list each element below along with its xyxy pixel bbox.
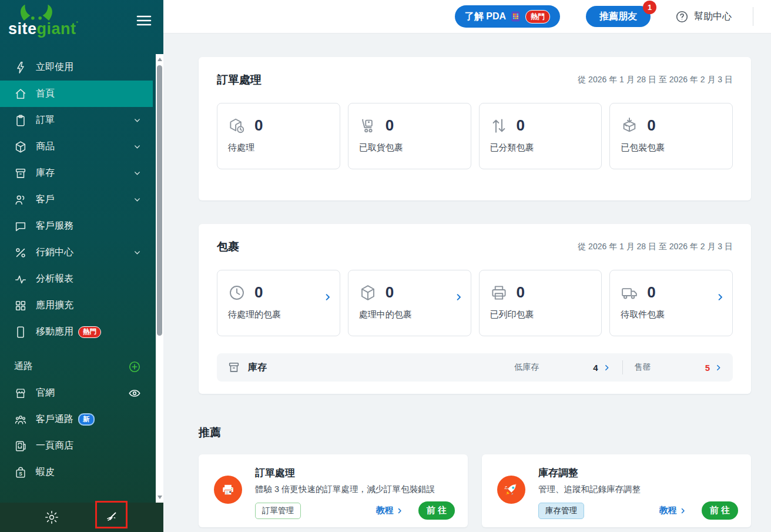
cube-icon [14, 140, 27, 153]
stat-label: 處理中的包裹 [359, 309, 460, 320]
home-icon [14, 88, 27, 101]
page-store-icon [14, 440, 27, 453]
eye-icon[interactable] [128, 387, 141, 400]
stat-value: 0 [517, 283, 525, 302]
sidebar-item-label: 移動應用 [36, 326, 73, 338]
refer-button-label: 推薦朋友 [599, 11, 637, 23]
chevron-down-icon [133, 196, 141, 203]
pda-device-icon [511, 11, 520, 22]
scrollbar-up-arrow[interactable] [157, 58, 162, 61]
learn-pda-button[interactable]: 了解 PDA 熱門 [455, 5, 560, 28]
pulse-icon [14, 273, 27, 286]
logo-giant: giant [37, 20, 76, 38]
add-channel-icon[interactable] [128, 360, 141, 373]
sidebar-item-customer-service[interactable]: 客戶服務 [0, 213, 153, 239]
sidebar-item-label: 分析報表 [36, 273, 73, 285]
archive-icon [14, 167, 27, 180]
stat-value: 0 [517, 116, 525, 135]
stat-pending-packages[interactable]: 0 待處理的包裹 [217, 270, 340, 336]
orders-date-range: 從 2026 年 1 月 28 日 至 2026 年 2 月 3 日 [578, 75, 733, 85]
stat-value: 0 [647, 116, 655, 135]
stat-pickup-packages[interactable]: 0 待取件包裹 [609, 270, 733, 336]
sidebar-scrollbar[interactable] [156, 54, 163, 503]
recommended-card-description: 管理、追蹤和記錄庫存調整 [538, 484, 738, 495]
sidebar-item-analytics[interactable]: 分析報表 [0, 266, 153, 292]
hamburger-menu-icon[interactable] [136, 14, 152, 27]
stat-printed-packages: 0 已列印包裹 [479, 270, 602, 336]
printer-orange-icon [214, 476, 242, 504]
chevron-right-icon [603, 364, 611, 372]
chevron-down-icon [133, 249, 141, 256]
sidebar-item-get-started[interactable]: 立即使用 [0, 54, 153, 81]
packages-card: 包裹 從 2026 年 1 月 28 日 至 2026 年 2 月 3 日 0 … [199, 224, 751, 394]
order-processing-card: 訂單處理 從 2026 年 1 月 28 日 至 2026 年 2 月 3 日 … [199, 57, 751, 200]
sidebar-item-webstore[interactable]: 官網 [0, 380, 153, 406]
stat-value: 0 [254, 116, 263, 135]
settings-gear-icon[interactable] [45, 510, 59, 524]
recommended-card-stock-adjustment: 庫存調整 管理、追蹤和記錄庫存調整 庫存管理 教程 前 往 [482, 454, 751, 527]
sidebar-item-marketing[interactable]: 行銷中心 [0, 239, 153, 266]
svg-text:S: S [19, 471, 22, 476]
inventory-divider [622, 360, 623, 374]
chevron-right-icon[interactable] [716, 293, 725, 302]
tutorial-label: 教程 [659, 505, 677, 516]
sidebar-item-label: 行銷中心 [36, 246, 73, 259]
sidebar: sitegiant˚ 立即使用 首頁 訂單 [0, 0, 163, 532]
sidebar-item-orders[interactable]: 訂單 [0, 107, 153, 133]
help-center[interactable]: 幫助中心 [675, 10, 732, 24]
sidebar-item-inventory[interactable]: 庫存 [0, 160, 153, 186]
go-button[interactable]: 前 往 [702, 501, 738, 520]
tutorial-link[interactable]: 教程 [659, 505, 686, 516]
chevron-right-icon[interactable] [323, 293, 332, 302]
tutorial-link[interactable]: 教程 [376, 505, 403, 516]
low-stock-metric[interactable]: 低庫存 4 [514, 362, 610, 373]
highlight-box [95, 501, 128, 528]
sidebar-item-shopee[interactable]: S 蝦皮 [0, 459, 153, 486]
sidebar-item-customer-channels[interactable]: 客戶通路 新 [0, 406, 153, 433]
logo-text: sitegiant˚ [8, 21, 79, 37]
sidebar-item-customers[interactable]: 客戶 [0, 186, 153, 213]
printer-icon [490, 284, 508, 302]
cube-icon [359, 284, 377, 302]
sold-out-metric[interactable]: 售罄 5 [635, 362, 722, 373]
question-circle-icon [675, 10, 689, 24]
stock-management-tag: 庫存管理 [538, 503, 584, 519]
stat-label: 已分類包裹 [490, 142, 591, 153]
low-stock-label: 低庫存 [514, 362, 539, 373]
sidebar-header: sitegiant˚ [0, 0, 163, 54]
chevron-right-icon [396, 507, 403, 514]
topbar-divider [753, 7, 753, 26]
stat-processing-packages[interactable]: 0 處理中的包裹 [348, 270, 471, 336]
clipboard-icon [14, 114, 27, 127]
main-content: 訂單處理 從 2026 年 1 月 28 日 至 2026 年 2 月 3 日 … [163, 34, 771, 532]
phone-icon [14, 326, 27, 339]
channels-section-header: 通路 [0, 353, 153, 380]
mascot-horns-icon [8, 4, 65, 21]
chevron-down-icon [133, 169, 141, 177]
stat-value: 0 [386, 283, 394, 302]
stat-value: 0 [254, 283, 263, 302]
sidebar-item-one-page-store[interactable]: 一頁商店 [0, 433, 153, 459]
sidebar-item-products[interactable]: 商品 [0, 133, 153, 160]
sidebar-bottom-bar [0, 503, 163, 532]
sold-out-value: 5 [705, 363, 710, 373]
sidebar-item-apps[interactable]: 應用擴充 [0, 292, 153, 319]
shopee-icon: S [14, 466, 27, 479]
scrollbar-thumb[interactable] [157, 65, 162, 336]
sidebar-item-label: 首頁 [36, 88, 55, 100]
scrollbar-down-arrow[interactable] [157, 496, 162, 499]
inventory-summary-row: 庫存 低庫存 4 售罄 5 [217, 353, 733, 382]
chat-icon [14, 220, 27, 233]
stat-value: 0 [647, 283, 655, 302]
box-clock-icon [228, 117, 246, 135]
clock-icon [228, 284, 246, 302]
new-badge: 新 [78, 413, 95, 426]
sidebar-item-home[interactable]: 首頁 [0, 81, 153, 107]
sidebar-item-label: 客戶 [36, 193, 55, 206]
stat-label: 待處理 [228, 142, 329, 153]
go-button[interactable]: 前 往 [418, 501, 455, 520]
tutorial-label: 教程 [376, 505, 394, 516]
refer-friends-button[interactable]: 推薦朋友 [586, 6, 651, 27]
sidebar-item-mobile-app[interactable]: 移動應用 熱門 [0, 319, 153, 345]
chevron-right-icon[interactable] [454, 293, 463, 302]
